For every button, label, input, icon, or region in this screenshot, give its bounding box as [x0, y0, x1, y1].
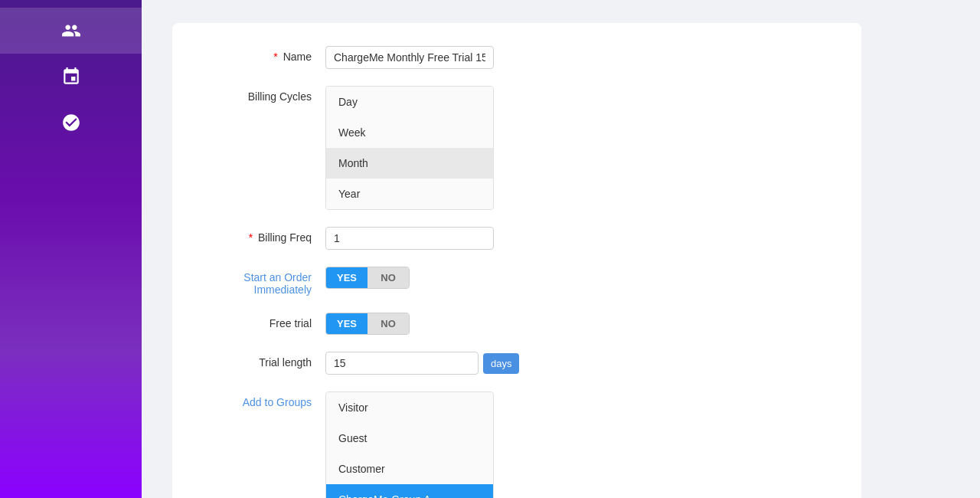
free-trial-label: Free trial	[203, 313, 325, 329]
form-area: * Name Billing Cycles Day Week Month Yea…	[172, 23, 861, 498]
name-input[interactable]	[325, 46, 494, 69]
group-chargeme-a[interactable]: ChargeMe Group A	[326, 484, 493, 498]
start-order-toggle: YES NO	[325, 267, 410, 289]
free-trial-yes-btn[interactable]: YES	[326, 313, 368, 334]
sidebar	[0, 0, 142, 498]
trial-length-label: Trial length	[203, 352, 325, 369]
sidebar-item-users[interactable]	[0, 8, 142, 54]
sidebar-item-calendar[interactable]	[0, 54, 142, 100]
name-label: * Name	[203, 46, 325, 63]
name-row: * Name	[203, 46, 831, 69]
trial-length-input[interactable]	[325, 352, 479, 375]
trial-length-group: days	[325, 352, 519, 375]
add-to-groups-label[interactable]: Add to Groups	[203, 392, 325, 408]
free-trial-no-btn[interactable]: NO	[368, 313, 409, 334]
group-visitor[interactable]: Visitor	[326, 392, 493, 423]
billing-freq-label: * Billing Freq	[203, 227, 325, 244]
sidebar-item-settings[interactable]	[0, 100, 142, 146]
billing-cycle-month[interactable]: Month	[326, 148, 493, 179]
groups-dropdown[interactable]: Visitor Guest Customer ChargeMe Group A	[325, 392, 494, 498]
start-order-row: Start an Order Immediately YES NO	[203, 267, 831, 296]
billing-freq-required-star: *	[249, 231, 253, 244]
free-trial-row: Free trial YES NO	[203, 313, 831, 335]
start-order-no-btn[interactable]: NO	[368, 267, 409, 288]
settings-icon	[61, 113, 81, 133]
days-badge: days	[483, 353, 519, 374]
trial-length-row: Trial length days	[203, 352, 831, 375]
users-icon	[61, 21, 81, 41]
billing-freq-input[interactable]	[325, 227, 494, 250]
billing-cycle-year[interactable]: Year	[326, 179, 493, 209]
calendar-icon	[61, 67, 81, 87]
billing-freq-row: * Billing Freq	[203, 227, 831, 250]
start-order-yes-btn[interactable]: YES	[326, 267, 368, 288]
name-required-star: *	[273, 51, 277, 63]
billing-cycle-week[interactable]: Week	[326, 117, 493, 148]
main-content: * Name Billing Cycles Day Week Month Yea…	[142, 0, 980, 498]
billing-cycle-day[interactable]: Day	[326, 87, 493, 117]
start-order-label[interactable]: Start an Order Immediately	[203, 267, 325, 296]
billing-cycles-row: Billing Cycles Day Week Month Year	[203, 86, 831, 210]
add-to-groups-row: Add to Groups Visitor Guest Customer Cha…	[203, 392, 831, 498]
billing-cycles-label: Billing Cycles	[203, 86, 325, 103]
billing-cycles-dropdown[interactable]: Day Week Month Year	[325, 86, 494, 210]
free-trial-toggle: YES NO	[325, 313, 410, 335]
group-customer[interactable]: Customer	[326, 454, 493, 484]
group-guest[interactable]: Guest	[326, 423, 493, 454]
